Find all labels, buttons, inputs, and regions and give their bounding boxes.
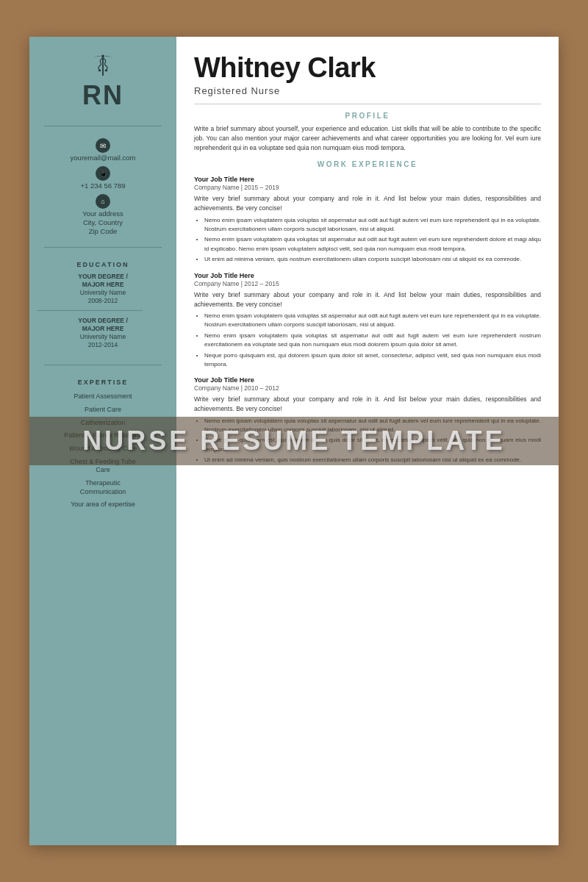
caduceus-icon [89, 51, 117, 82]
job-3-company-date: Company Name | 2010 – 2012 [194, 384, 541, 392]
svg-point-2 [105, 70, 108, 72]
main-divider-1 [194, 104, 541, 104]
job-3-description: Write very brief summary about your comp… [194, 395, 541, 414]
job-1-company-date: Company Name | 2015 – 2019 [194, 184, 541, 191]
bullet-item: Ut enim ad minima veniam, quis nostrum e… [204, 456, 541, 465]
job-2-title: Your Job Title Here [194, 272, 541, 279]
education-title: EDUCATION [37, 261, 169, 268]
bullet-item: Nemo enim ipsam voluptatem quia voluptas… [204, 235, 541, 254]
address-contact: ⌂ Your address City, Country Zip Code [82, 194, 123, 235]
job-2-company-date: Company Name | 2012 – 2015 [194, 280, 541, 287]
svg-point-3 [98, 70, 101, 72]
divider-after-logo [44, 126, 162, 126]
email-text: youremail@mail.com [71, 154, 136, 162]
job-3: Your Job Title Here Company Name | 2010 … [194, 376, 541, 465]
education-section: EDUCATION YOUR DEGREE / MAJOR HERE Unive… [29, 254, 176, 359]
sidebar: RN ✉ youremail@mail.com 📱 +1 234 56 789 … [29, 37, 176, 845]
job-1-description: Write very brief summary about your comp… [194, 194, 541, 213]
address-icon: ⌂ [96, 194, 110, 209]
resume-wrapper: NURSE RESUME TEMPLATE [29, 37, 559, 845]
bullet-item: Nemo enim ipsam voluptatem quia voluptas… [204, 312, 541, 330]
rn-logo-text: RN [82, 82, 123, 109]
job-1-bullets: Nemo enim ipsam voluptatem quia voluptas… [194, 216, 541, 265]
expertise-list: Patient Assessment Patient Care Catheter… [37, 390, 169, 512]
svg-rect-0 [102, 56, 104, 76]
expertise-item: Patient Care [37, 404, 169, 417]
job-1: Your Job Title Here Company Name | 2015 … [194, 176, 541, 264]
profile-text: Write a brief summary about yourself, yo… [194, 124, 541, 154]
contact-section: ✉ youremail@mail.com 📱 +1 234 56 789 ⌂ Y… [29, 132, 176, 241]
divider-before-expertise [44, 365, 162, 365]
resume-title: Registered Nurse [194, 85, 541, 96]
bullet-item: Nemo enim ipsam voluptatem quia voluptas… [204, 417, 541, 435]
job-2-description: Write very brief summary about your comp… [194, 290, 541, 309]
expertise-item: TherapeuticCommunication [37, 477, 169, 498]
email-contact: ✉ youremail@mail.com [71, 138, 136, 162]
edu-degree-2: YOUR DEGREE / MAJOR HERE [37, 317, 169, 333]
edu-university-2: University Name [37, 333, 169, 341]
name-title-section: Whitney Clark Registered Nurse [194, 53, 541, 96]
education-item-2: YOUR DEGREE / MAJOR HERE University Name… [37, 317, 169, 348]
work-experience-heading: WORK EXPERIENCE [194, 160, 541, 168]
address-line3: Zip Code [89, 227, 118, 235]
profile-heading: PROFILE [194, 112, 541, 120]
phone-icon: 📱 [96, 166, 110, 181]
edu-university-1: University Name [37, 289, 169, 297]
address-line2: City, Country [83, 218, 123, 226]
bullet-item: Nemo enim ipsam voluptatem quia voluptas… [204, 216, 541, 234]
edu-degree-1: YOUR DEGREE / MAJOR HERE [37, 273, 169, 289]
job-3-title: Your Job Title Here [194, 376, 541, 384]
expertise-item: Your area of expertise [37, 498, 169, 512]
expertise-item: Wound & Ostomy Care [37, 442, 169, 456]
bullet-item: Neque porro quisquam est, qui dolorem ip… [204, 436, 541, 454]
expertise-item: Patient Assessment [37, 390, 169, 404]
phone-contact: 📱 +1 234 56 789 [80, 166, 125, 190]
edu-years-1: 2008-2012 [37, 297, 169, 304]
job-3-bullets: Nemo enim ipsam voluptatem quia voluptas… [194, 417, 541, 465]
expertise-title: EXPERTISE [37, 379, 169, 386]
edu-years-2: 2012-2014 [37, 341, 169, 348]
bullet-item: Neque porro quisquam est, qui dolorem ip… [204, 351, 541, 370]
bullet-item: Nemo enim ipsam voluptatem quia voluptas… [204, 331, 541, 350]
job-2: Your Job Title Here Company Name | 2012 … [194, 272, 541, 370]
bullet-item: Ut enim ad minima veniam, quis nostrum e… [204, 255, 541, 264]
divider-before-education [44, 247, 162, 248]
expertise-item: Catheterization [37, 417, 169, 430]
email-icon: ✉ [96, 138, 110, 153]
svg-point-1 [101, 54, 104, 57]
expertise-item: Chest & Feeding TubeCare [37, 456, 169, 477]
resume-name: Whitney Clark [194, 53, 541, 84]
job-1-title: Your Job Title Here [194, 176, 541, 183]
expertise-item: Patient & Family Relations [37, 429, 169, 442]
phone-text: +1 234 56 789 [80, 182, 125, 190]
divider-between-edu [37, 310, 143, 311]
sidebar-header: RN [29, 37, 176, 120]
expertise-section: EXPERTISE Patient Assessment Patient Car… [29, 371, 176, 516]
main-content: Whitney Clark Registered Nurse PROFILE W… [176, 37, 559, 845]
address-line1: Your address [82, 209, 123, 218]
job-2-bullets: Nemo enim ipsam voluptatem quia voluptas… [194, 312, 541, 369]
education-item-1: YOUR DEGREE / MAJOR HERE University Name… [37, 273, 169, 304]
